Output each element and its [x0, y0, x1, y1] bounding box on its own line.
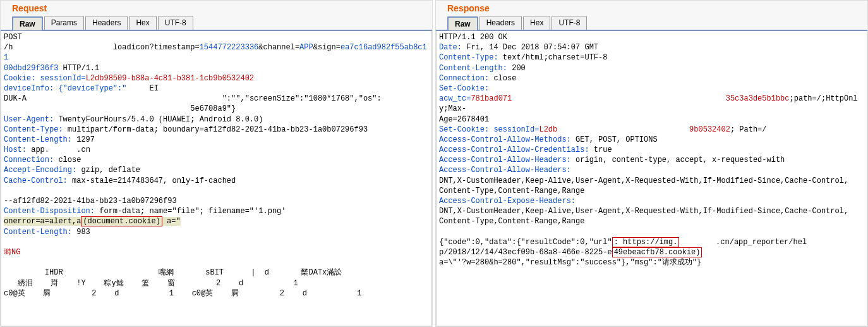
resp-acac-lbl: Access-Control-Allow-Credentials: — [439, 145, 594, 154]
req-ts: 1544772223336 — [200, 43, 259, 52]
resp-age-lbl: Age= — [439, 115, 457, 124]
req-cache-lbl: Cache-Control: — [4, 176, 72, 185]
req-cl-lbl: Content-Length: — [4, 135, 76, 144]
request-panel: Request Raw Params Headers Hex UTF-8 POS… — [0, 0, 433, 327]
resp-json-box1: : https://img. — [612, 237, 680, 247]
req-ct-lbl: Content-Type: — [4, 125, 68, 134]
req-ua-val: TwentyFourHours/5.4.0 (HUAWEI; Android 8… — [58, 115, 263, 124]
req-path-pre: /h — [4, 43, 13, 52]
tab-raw-resp[interactable]: Raw — [447, 16, 478, 30]
resp-ct-lbl: Content-Type: — [439, 53, 503, 62]
resp-acam-lbl: Access-Control-Allow-Methods: — [439, 135, 576, 144]
req-onerr-pre: onerror=a=alert,a — [4, 217, 81, 226]
resp-acw-val1: 781bad071 — [471, 94, 512, 103]
req-enc-lbl: Accept-Encoding: — [4, 166, 81, 175]
req-sign2: 00dbd29f36f3 — [4, 64, 58, 73]
resp-dnt1b: Content-Type,Content-Range,Range — [439, 187, 584, 195]
request-title: Request — [1, 1, 432, 16]
req-path-post: loadicon?timestamp= — [113, 43, 200, 52]
req-png: 塒NG — [4, 248, 20, 257]
resp-date-lbl: Date: — [439, 43, 466, 52]
resp-sc2-val2: 9b0532402 — [689, 125, 730, 134]
resp-status: HTTP/1.1 200 OK — [439, 33, 507, 42]
req-boundary: --af12fd82-2021-41ba-bb23-1a0b07296f93 — [4, 197, 177, 206]
req-onerr-post: a=" — [162, 217, 181, 226]
resp-acw-lbl: acw_tc= — [439, 94, 471, 103]
response-content[interactable]: HTTP/1.1 200 OK Date: Fri, 14 Dec 2018 0… — [436, 31, 867, 326]
req-hex3: c0@英 屙 2 d 1 c0@英 屙 2 d 1 — [4, 289, 361, 298]
resp-age-val: 2678401 — [457, 115, 489, 124]
req-cookie-val: L2db98509-b88a-4c81-b381-1cb9b0532402 — [86, 74, 254, 83]
req-ct-val: multipart/form-data; boundary=af12fd82-2… — [68, 125, 368, 134]
resp-acac-val: true — [594, 145, 612, 154]
resp-sc2-val1: L2db — [539, 125, 557, 134]
req-cl2-val: 983 — [76, 228, 90, 237]
resp-cl-val: 200 — [512, 64, 526, 73]
resp-sc2-lbl: Set-Cookie: sessionId= — [439, 125, 539, 134]
resp-acah-val: origin, content-type, accept, x-requeste… — [576, 156, 785, 164]
resp-json-mid: .cn/app_reporter/hel — [716, 238, 807, 247]
req-enc-val: gzip, deflate — [81, 166, 140, 175]
resp-json-l3: a=\"'?w=280&h=280","resultMsg":"success"… — [439, 258, 701, 267]
resp-cl-lbl: Content-Length: — [439, 64, 512, 73]
tab-utf8[interactable]: UTF-8 — [158, 16, 193, 30]
req-host-lbl: Host: — [4, 145, 31, 154]
response-panel: Response Raw Headers Hex UTF-8 HTTP/1.1 … — [435, 0, 868, 327]
req-cl2-lbl: Content-Length: — [4, 228, 76, 237]
req-bnd: 5e6708a9"} — [190, 104, 236, 113]
resp-dnt2: DNT,X-CustomHeader,Keep-Alive,User-Agent… — [439, 207, 848, 216]
resp-dnt1: DNT,X-CustomHeader,Keep-Alive,User-Agent… — [439, 176, 848, 185]
tab-raw[interactable]: Raw — [12, 16, 43, 30]
req-conn-val: close — [58, 156, 81, 164]
req-amp1: &channel= — [258, 43, 299, 52]
response-title: Response — [436, 1, 867, 16]
req-devinfo-lbl: deviceInfo: {"deviceType":" — [4, 84, 126, 93]
req-ua-lbl: User-Agent: — [4, 115, 58, 124]
req-proto: HTTP/1.1 — [58, 64, 99, 73]
response-tabs: Raw Headers Hex UTF-8 — [436, 16, 867, 31]
req-scr: ":"","screenSize":"1080*1768","os": — [222, 94, 382, 103]
tab-hex-resp[interactable]: Hex — [523, 16, 550, 30]
resp-acam-val: GET, POST, OPTIONS — [576, 135, 658, 144]
resp-dnt2b: Content-Type,Content-Range,Range — [439, 217, 584, 226]
resp-date-val: Fri, 14 Dec 2018 07:54:07 GMT — [466, 43, 598, 52]
req-cd-lbl: Content-Disposition: — [4, 207, 99, 216]
tab-headers[interactable]: Headers — [85, 16, 128, 30]
resp-aceh-lbl: Access-Control-Expose-Headers: — [439, 197, 576, 206]
request-tabs: Raw Params Headers Hex UTF-8 — [1, 16, 432, 31]
req-method: POST — [4, 33, 22, 42]
tab-headers-resp[interactable]: Headers — [479, 16, 522, 30]
req-cl-val: 1297 — [76, 135, 95, 144]
req-devinfo-val: EI — [149, 84, 158, 93]
req-cd-val: form-data; name="file"; filename="'1.png… — [99, 207, 286, 216]
resp-conn-val: close — [493, 74, 516, 83]
req-conn-lbl: Connection: — [4, 156, 58, 164]
tab-hex[interactable]: Hex — [129, 16, 156, 30]
req-hex2: 綉泪 搿 !Y 粽y鲶 篮 窗 2 d 1 — [4, 279, 298, 288]
req-cookie-lbl: Cookie: sessionId= — [4, 74, 86, 83]
resp-json-l2-pre: p/2018/12/14/43ecf09b-68a8-466e-8225-e — [439, 248, 612, 257]
resp-ct-val: text/html;charset=UTF-8 — [503, 53, 608, 62]
resp-conn-lbl: Connection: — [439, 74, 493, 83]
resp-setcookie-lbl: Set-Cookie: — [439, 84, 489, 93]
req-host-val: app. .cn — [31, 145, 90, 154]
req-cache-val: max-stale=2147483647, only-if-cached — [72, 176, 236, 185]
req-onerr-box: (document.cookie) — [81, 216, 162, 226]
resp-sc2-attrs: ; Path=/ — [730, 125, 767, 134]
resp-json-pre: {"code":0,"data":{"resultCode":0,"url" — [439, 238, 612, 247]
req-amp2: &sign= — [313, 43, 341, 52]
resp-json-box1-text: : https://img. — [614, 238, 678, 247]
tab-params[interactable]: Params — [44, 16, 84, 30]
request-content[interactable]: POST /h loadicon?timestamp=1544772223336… — [1, 31, 432, 326]
req-duk: DUK-A — [4, 94, 27, 103]
tab-utf8-resp[interactable]: UTF-8 — [552, 16, 587, 30]
resp-acah-lbl: Access-Control-Allow-Headers: — [439, 156, 576, 164]
req-chan: APP — [299, 43, 313, 52]
resp-acah2-lbl: Access-Control-Allow-Headers: — [439, 166, 571, 175]
resp-json-box2: 49ebeacfb78.cookie) — [612, 247, 702, 257]
resp-acw-val2: 35c3a3de5b1bbc — [726, 94, 790, 103]
req-hex1: IHDR 嘴網 sBIT | d 櫫DATx滿訟 — [4, 268, 342, 277]
